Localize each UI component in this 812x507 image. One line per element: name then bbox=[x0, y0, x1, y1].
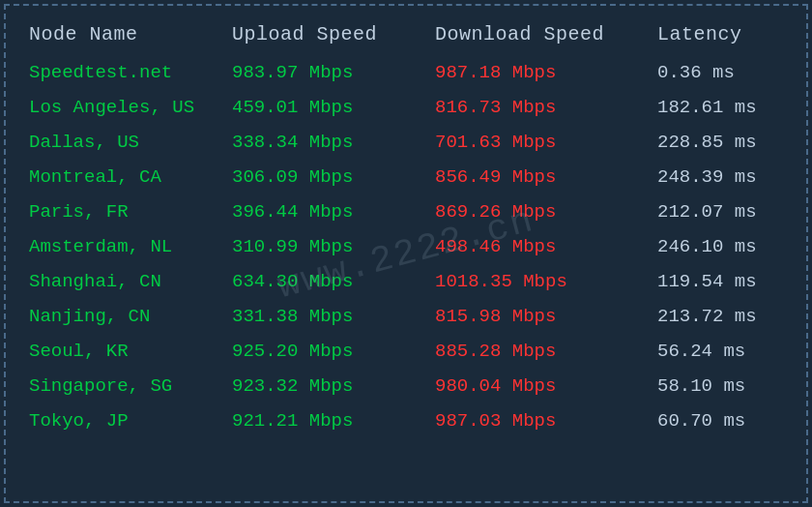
outer-border bbox=[4, 4, 808, 503]
